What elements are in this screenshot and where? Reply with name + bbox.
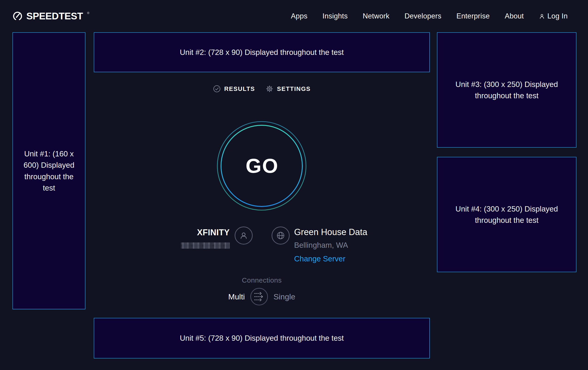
ad-unit-1[interactable]: Unit #1: (160 x 600) Displayed throughou… [12, 32, 85, 309]
registered-mark: ® [87, 11, 89, 15]
speedtest-app: SPEEDTEST ® Apps Insights Network Develo… [0, 0, 588, 370]
change-server-link[interactable]: Change Server [294, 254, 346, 263]
nav-apps[interactable]: Apps [291, 12, 307, 20]
nav-about[interactable]: About [505, 12, 524, 20]
gear-icon [266, 85, 273, 93]
tab-results[interactable]: RESULTS [213, 85, 255, 93]
nav-insights[interactable]: Insights [322, 12, 347, 20]
server-block: Green House Data Bellingham, WA Change S… [262, 227, 430, 263]
isp-block: XFINITY [94, 227, 262, 263]
connection-info: XFINITY Green House Data Belling [94, 227, 430, 263]
isp-name: XFINITY [181, 228, 230, 237]
check-circle-icon [213, 85, 221, 93]
ad-text: Unit #2: (728 x 90) Displayed throughout… [180, 47, 344, 58]
connections-toggle-row: Multi Single [228, 288, 295, 305]
main-nav: Apps Insights Network Developers Enterpr… [291, 12, 568, 20]
redacted-ip [181, 242, 230, 249]
tab-results-label: RESULTS [224, 85, 255, 92]
isp-user-icon [235, 227, 253, 245]
server-location: Bellingham, WA [294, 241, 368, 250]
connections-toggle[interactable] [250, 288, 268, 305]
ad-text: Unit #1: (160 x 600) Displayed throughou… [18, 148, 80, 194]
speedtest-gauge-icon [12, 11, 23, 21]
go-button[interactable]: GO [217, 121, 307, 211]
server-globe-icon [272, 227, 290, 245]
user-icon [539, 13, 545, 19]
connections-multi-option[interactable]: Multi [228, 292, 245, 301]
nav-enterprise[interactable]: Enterprise [456, 12, 490, 20]
ad-unit-4[interactable]: Unit #4: (300 x 250) Displayed throughou… [437, 157, 577, 272]
ad-unit-5[interactable]: Unit #5: (728 x 90) Displayed throughout… [94, 318, 430, 359]
top-nav: SPEEDTEST ® Apps Insights Network Develo… [0, 0, 588, 32]
server-name: Green House Data [294, 227, 368, 237]
logo-text: SPEEDTEST [26, 11, 83, 22]
multi-connections-icon [254, 292, 264, 301]
nav-developers[interactable]: Developers [404, 12, 441, 20]
nav-network[interactable]: Network [363, 12, 390, 20]
tab-settings-label: SETTINGS [277, 85, 311, 92]
ad-text: Unit #5: (728 x 90) Displayed throughout… [180, 332, 344, 344]
tab-settings[interactable]: SETTINGS [266, 85, 311, 93]
speedtest-logo[interactable]: SPEEDTEST ® [12, 11, 89, 22]
connections-single-option[interactable]: Single [273, 292, 295, 301]
connections-section: Connections Multi Single [94, 276, 430, 305]
isp-texts: XFINITY [181, 227, 230, 263]
ad-text: Unit #4: (300 x 250) Displayed throughou… [442, 203, 571, 226]
tabs-row: RESULTS SETTINGS [94, 85, 430, 93]
login-label: Log In [547, 12, 568, 20]
nav-login[interactable]: Log In [539, 12, 568, 20]
ad-unit-2[interactable]: Unit #2: (728 x 90) Displayed throughout… [94, 32, 430, 72]
connections-label: Connections [242, 276, 282, 284]
server-texts: Green House Data Bellingham, WA Change S… [294, 227, 368, 263]
ad-text: Unit #3: (300 x 250) Displayed throughou… [442, 79, 571, 101]
ad-unit-3[interactable]: Unit #3: (300 x 250) Displayed throughou… [437, 32, 577, 148]
go-label: GO [217, 121, 307, 211]
